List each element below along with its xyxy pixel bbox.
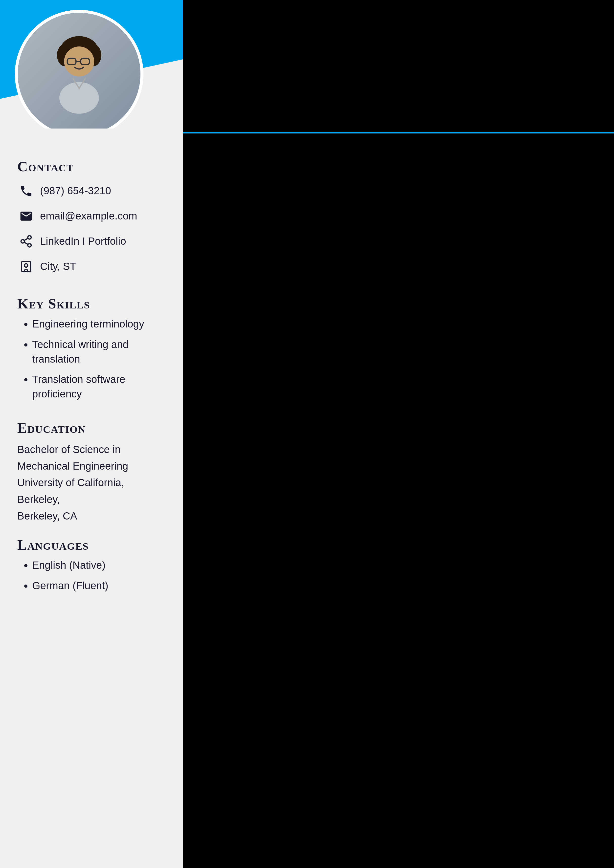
education-university: University of California, Berkeley, <box>17 477 124 505</box>
location-text: City, ST <box>40 260 76 272</box>
social-text: LinkedIn I Portfolio <box>40 235 126 247</box>
education-section: Education Bachelor of Science in Mechani… <box>17 420 166 524</box>
main-content <box>183 0 614 868</box>
skill-item-3: Translation software proficiency <box>32 372 166 401</box>
key-skills-heading: Key Skills <box>17 295 166 312</box>
education-degree: Bachelor of Science in Mechanical Engine… <box>17 443 128 472</box>
skill-item-1: Engineering terminology <box>32 317 166 332</box>
key-skills-section: Key Skills Engineering terminology Techn… <box>17 295 166 401</box>
languages-section: Languages English (Native) German (Fluen… <box>17 536 166 593</box>
main-body <box>183 133 614 868</box>
svg-point-9 <box>59 82 99 114</box>
email-text: email@example.com <box>40 210 137 222</box>
sidebar-content: Contact (987) 654-3210 emai <box>0 143 183 614</box>
education-location: Berkeley, CA <box>17 510 77 522</box>
main-blue-line <box>183 132 614 133</box>
contact-heading-text: Contact <box>17 158 74 175</box>
sidebar: Contact (987) 654-3210 emai <box>0 0 183 868</box>
svg-point-11 <box>21 239 24 243</box>
social-icon <box>17 232 35 250</box>
main-top-bar <box>183 0 614 133</box>
phone-text: (987) 654-3210 <box>40 185 111 197</box>
contact-phone-item: (987) 654-3210 <box>17 182 166 200</box>
language-item-2: German (Fluent) <box>32 578 166 593</box>
languages-heading-text: Languages <box>17 537 89 553</box>
key-skills-heading-text: Key Skills <box>17 296 90 312</box>
skill-item-2: Technical writing and translation <box>32 337 166 367</box>
svg-point-12 <box>28 243 31 247</box>
language-item-1: English (Native) <box>32 558 166 573</box>
svg-line-14 <box>24 238 28 240</box>
sidebar-header <box>0 0 183 129</box>
contact-social-item: LinkedIn I Portfolio <box>17 232 166 250</box>
contact-section: Contact (987) 654-3210 emai <box>17 158 166 275</box>
languages-list: English (Native) German (Fluent) <box>17 558 166 593</box>
education-heading-text: Education <box>17 420 86 436</box>
contact-email-item: email@example.com <box>17 208 166 225</box>
svg-point-10 <box>28 236 31 239</box>
languages-heading: Languages <box>17 536 166 553</box>
skills-list: Engineering terminology Technical writin… <box>17 317 166 401</box>
education-heading: Education <box>17 420 166 436</box>
avatar-placeholder <box>18 13 140 129</box>
location-icon <box>17 258 35 275</box>
phone-icon <box>17 182 35 200</box>
contact-heading: Contact <box>17 158 166 175</box>
email-icon <box>17 208 35 225</box>
education-entry: Bachelor of Science in Mechanical Engine… <box>17 441 166 524</box>
svg-line-13 <box>24 242 28 244</box>
svg-point-16 <box>24 264 28 267</box>
contact-location-item: City, ST <box>17 258 166 275</box>
